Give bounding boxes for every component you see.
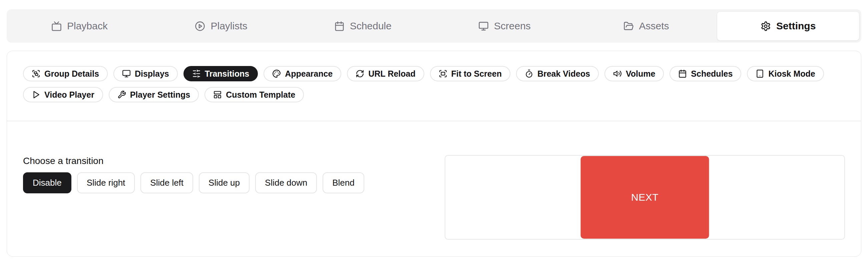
pill-label: Kiosk Mode [768,69,815,79]
transition-preview-panel: NEXT [445,155,845,240]
pill-player-settings[interactable]: Player Settings [109,87,199,102]
refresh-icon [355,69,364,78]
transition-options: Disable Slide right Slide left Slide up … [23,172,364,193]
transition-option-slide-left[interactable]: Slide left [141,172,193,193]
transition-option-slide-up[interactable]: Slide up [199,172,250,193]
pill-url-reload[interactable]: URL Reload [347,66,424,81]
next-label: NEXT [631,192,658,203]
pill-fit-to-screen[interactable]: Fit to Screen [430,66,510,81]
tab-schedule[interactable]: Schedule [292,11,434,41]
fullscreen-icon [439,69,447,78]
calendar-icon [678,69,687,78]
pill-group-details[interactable]: Group Details [23,66,108,81]
tab-label: Schedule [350,20,392,32]
pill-break-videos[interactable]: Break Videos [516,66,599,81]
tab-settings[interactable]: Settings [717,11,859,41]
tab-playback[interactable]: Playback [9,11,150,41]
pill-transitions[interactable]: Transitions [184,66,258,81]
tablet-icon [755,69,764,78]
pill-label: Transitions [205,69,249,79]
tab-label: Settings [776,20,816,32]
pill-label: Custom Template [226,90,295,100]
gear-icon [761,21,771,31]
pill-label: URL Reload [368,69,415,79]
transition-preview-next-slide: NEXT [581,156,709,239]
pill-label: Player Settings [130,90,190,100]
play-icon [32,90,40,99]
tab-label: Assets [639,20,669,32]
calendar-icon [334,21,345,31]
tab-label: Screens [494,20,531,32]
layout-icon [213,90,222,99]
tab-assets[interactable]: Assets [576,11,717,41]
tab-screens[interactable]: Screens [434,11,576,41]
pill-label: Video Player [44,90,94,100]
wrench-icon [117,90,126,99]
tab-label: Playback [67,20,108,32]
pill-appearance[interactable]: Appearance [264,66,341,81]
tab-playlists[interactable]: Playlists [150,11,292,41]
timer-icon [525,69,533,78]
pill-kiosk-mode[interactable]: Kiosk Mode [747,66,824,81]
pill-volume[interactable]: Volume [604,66,664,81]
transition-option-slide-down[interactable]: Slide down [255,172,317,193]
settings-sections-row-1: Group Details Displays Transitions Appea… [23,66,845,81]
palette-icon [272,69,281,78]
pill-label: Group Details [44,69,99,79]
play-circle-icon [195,21,205,31]
monitor-icon [478,21,489,31]
transition-option-slide-right[interactable]: Slide right [77,172,135,193]
settings-sections-row-2: Video Player Player Settings Custom Temp… [23,87,845,102]
section-title: Choose a transition [23,155,103,167]
folder-open-icon [623,21,634,31]
settings-panel-card: Group Details Displays Transitions Appea… [7,51,861,257]
pill-label: Appearance [285,69,333,79]
pill-schedules[interactable]: Schedules [670,66,741,81]
section-divider [7,121,861,121]
pill-displays[interactable]: Displays [114,66,178,81]
top-navigation: Playback Playlists Schedule Screens Asse… [7,9,861,43]
pill-label: Fit to Screen [451,69,502,79]
pill-label: Volume [626,69,655,79]
sliders-icon [192,69,201,78]
pill-custom-template[interactable]: Custom Template [205,87,304,102]
pill-label: Displays [135,69,169,79]
monitor-icon [122,69,131,78]
pill-label: Schedules [691,69,733,79]
pill-video-player[interactable]: Video Player [23,87,103,102]
transition-option-blend[interactable]: Blend [322,172,364,193]
tab-label: Playlists [211,20,247,32]
pill-label: Break Videos [537,69,590,79]
tv-icon [51,21,62,31]
digital-signage-settings-page: Playback Playlists Schedule Screens Asse… [0,0,868,266]
transition-option-disable[interactable]: Disable [23,172,71,193]
volume-icon [613,69,622,78]
group-icon [32,69,40,78]
